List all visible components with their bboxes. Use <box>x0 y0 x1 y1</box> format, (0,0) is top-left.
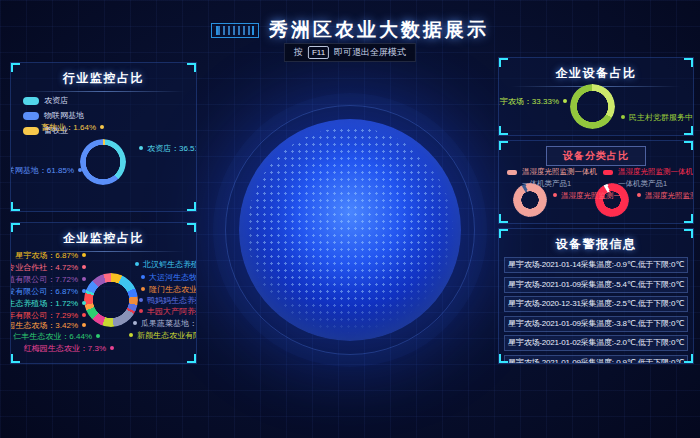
page-title: 秀洲区农业大数据展示 <box>269 17 489 43</box>
legend-item[interactable]: 物联网基地 <box>23 110 84 121</box>
chart-label: 上华生态养殖场：1.72% <box>10 299 86 309</box>
alarm-row: 星宇农场-2021-01-14采集温度:-0.9℃,低于下限:0℃ <box>504 257 688 273</box>
panel-title: 企业设备占比 <box>499 58 693 82</box>
chart-label: 温湿度光照监测一 <box>637 191 694 201</box>
panel-title: 设备分类占比 <box>546 146 646 166</box>
corner-decoration <box>187 223 196 232</box>
legend-item[interactable]: 温湿度光照监测一体机 <box>603 167 693 177</box>
alarm-row: 星宇农场-2020-12-31采集温度:-2.5℃,低于下限:0℃ <box>504 296 688 312</box>
corner-decoration <box>499 126 508 135</box>
corner-decoration <box>11 223 20 232</box>
corner-decoration <box>684 141 693 150</box>
corner-decoration <box>187 202 196 211</box>
fullscreen-hint: 按 F11 即可退出全屏模式 <box>284 43 416 62</box>
corner-decoration <box>684 58 693 67</box>
corner-decoration <box>11 202 20 211</box>
corner-decoration <box>684 126 693 135</box>
enterprise-donut-chart[interactable] <box>84 273 138 327</box>
alarm-row: 星宇农场-2021-01-09采集温度:-5.4℃,低于下限:0℃ <box>504 277 688 293</box>
globe-dot-map <box>247 127 453 333</box>
corner-decoration <box>499 354 508 363</box>
legend-swatch <box>23 97 39 105</box>
title-underline <box>22 91 185 92</box>
corner-decoration <box>187 354 196 363</box>
chart-label: 大运河生态牧业有限责任公 <box>141 273 197 283</box>
corner-decoration <box>499 141 508 150</box>
chart-label: 民主村党群服务中心： <box>621 113 694 123</box>
logo-badge <box>211 23 259 38</box>
corner-decoration <box>499 214 508 223</box>
legend-swatch <box>507 170 517 175</box>
chart-label: 仁丰生态农业：6.44% <box>13 332 100 342</box>
corner-decoration <box>684 229 693 238</box>
legend-label: 温湿度光照监测一体机 <box>618 167 693 177</box>
corner-decoration <box>684 354 693 363</box>
hint-suffix: 即可退出全屏模式 <box>334 46 406 59</box>
alarm-row: 星宇农场-2021-01-09采集温度:-3.8℃,低于下限:0℃ <box>504 316 688 332</box>
alarm-row: 星宇农场-2021-01-02采集温度:-2.0℃,低于下限:0℃ <box>504 335 688 351</box>
panel-device-classify: 设备分类占比 温湿度光照监测一体机 一体机类产品1 温湿度光照监测一体机 一体机… <box>498 140 694 224</box>
corner-decoration <box>499 229 508 238</box>
chart-label: 北汉鳄生态养殖：11.16% <box>135 260 197 270</box>
f11-key: F11 <box>308 46 329 59</box>
legend-label: 温湿度光照监测一体机 <box>522 167 597 177</box>
legend-swatch <box>23 127 39 135</box>
chart-label: 李园生态农场：3.42% <box>10 321 86 331</box>
chart-label: 温湿度光照监测一 <box>553 191 621 201</box>
corner-decoration <box>11 63 20 72</box>
chart-label: 隆门生态农业科技有限公 <box>141 285 197 295</box>
panel-title: 企业监控占比 <box>11 223 196 247</box>
alarm-row: 星宇农场-2021-01-09采集温度:-0.9℃,低于下限:0℃ <box>504 355 688 365</box>
corner-decoration <box>11 354 20 363</box>
header: 秀洲区农业大数据展示 <box>0 17 700 43</box>
chart-label: 丰园大产阿养殖基地：1. <box>139 307 197 317</box>
chart-label: 鸭妈妈生态养殖场：4.29 <box>139 296 197 306</box>
panel-title: 设备警报信息 <box>499 229 693 253</box>
industry-donut-chart[interactable] <box>80 139 126 185</box>
chart-label: 新颜生态农业有限公司：6.87 <box>129 331 197 341</box>
corner-decoration <box>187 63 196 72</box>
industry-legend: 农资店 物联网基地 畜牧业 <box>23 95 84 140</box>
panel-title-text: 设备分类占比 <box>563 150 629 161</box>
chart-label: 翔升发有限公司：6.87% <box>10 287 86 297</box>
hint-prefix: 按 <box>294 46 303 59</box>
chart-label: 中侨5年有限公司：7.29% <box>10 311 86 321</box>
chart-label: 星宇农场：33.33% <box>498 97 567 107</box>
corner-decoration <box>499 58 508 67</box>
legend-item[interactable]: 温湿度光照监测一体机 <box>507 167 597 177</box>
chart-label: 红梅园生态农业：7.3% <box>24 344 114 354</box>
chart-label: 家缘养殖有限公司：7.72% <box>10 275 86 285</box>
chart-label: 瓜果蔬菜基地：15.02% <box>133 319 197 329</box>
chart-label: 物联网基地：61.85% <box>10 166 82 176</box>
legend-label: 物联网基地 <box>44 110 84 121</box>
legend-swatch <box>23 112 39 120</box>
legend-item[interactable]: 农资店 <box>23 95 84 106</box>
chart-label: 畜牧业：1.64% <box>41 123 104 133</box>
panel-industry-ratio: 行业监控占比 农资店 物联网基地 畜牧业 畜牧业：1.64% 农资店：36.51… <box>10 62 197 212</box>
globe <box>239 119 461 341</box>
panel-device-alarms: 设备警报信息 星宇农场-2021-01-14采集温度:-0.9℃,低于下限:0℃… <box>498 228 694 364</box>
panel-equipment-ratio: 企业设备占比 星宇农场：33.33% 民主村党群服务中心： <box>498 57 694 136</box>
panel-enterprise-ratio: 企业监控占比 星宇农场：6.87% 红颜果蔬专业合作社：4.72% 家缘养殖有限… <box>10 222 197 364</box>
legend-swatch <box>603 170 613 175</box>
legend-label: 一体机类产品1 <box>618 179 667 189</box>
panel-title: 行业监控占比 <box>11 63 196 87</box>
chart-label: 农资店：36.51% <box>139 144 197 154</box>
chart-label: 红颜果蔬专业合作社：4.72% <box>10 263 86 273</box>
legend-label: 农资店 <box>44 95 68 106</box>
equipment-donut-chart[interactable] <box>570 84 615 129</box>
dashboard: 秀洲区农业大数据展示 按 F11 即可退出全屏模式 行业监控占比 农资店 物联网… <box>0 0 700 438</box>
corner-decoration <box>684 214 693 223</box>
chart-label: 星宇农场：6.87% <box>15 251 86 261</box>
